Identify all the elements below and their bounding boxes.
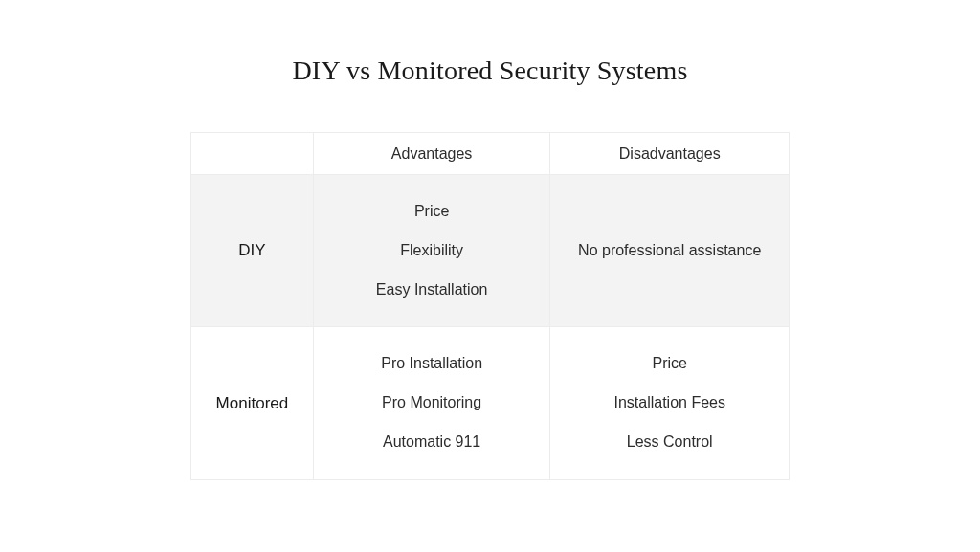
cell-monitored-disadvantages: Price Installation Fees Less Control — [550, 327, 790, 479]
list-monitored-disadvantages: Price Installation Fees Less Control — [550, 327, 789, 478]
list-monitored-advantages: Pro Installation Pro Monitoring Automati… — [314, 327, 550, 478]
cell-diy-disadvantages: No professional assistance — [550, 175, 790, 327]
cell-diy-advantages: Price Flexibility Easy Installation — [313, 175, 550, 327]
page-title: DIY vs Monitored Security Systems — [292, 55, 687, 86]
comparison-table: Advantages Disadvantages DIY Price Flexi… — [190, 132, 790, 480]
list-item: Less Control — [560, 423, 779, 462]
list-item: Pro Monitoring — [323, 384, 541, 423]
table-header-row: Advantages Disadvantages — [191, 133, 790, 175]
cell-monitored-advantages: Pro Installation Pro Monitoring Automati… — [313, 327, 550, 479]
list-item: Price — [560, 344, 779, 384]
list-item: Automatic 911 — [323, 423, 541, 462]
list-item: Price — [323, 192, 541, 232]
row-label-monitored: Monitored — [191, 327, 314, 479]
header-empty — [191, 133, 314, 175]
list-item: Easy Installation — [323, 271, 541, 310]
list-diy-advantages: Price Flexibility Easy Installation — [314, 175, 550, 326]
header-disadvantages: Disadvantages — [550, 133, 790, 175]
table-row: Monitored Pro Installation Pro Monitorin… — [191, 327, 790, 479]
list-item: No professional assistance — [550, 223, 789, 278]
table-row: DIY Price Flexibility Easy Installation … — [191, 175, 790, 327]
list-item: Flexibility — [323, 232, 541, 271]
row-label-diy: DIY — [191, 175, 314, 327]
list-item: Installation Fees — [560, 384, 779, 423]
list-item: Pro Installation — [323, 344, 541, 384]
header-advantages: Advantages — [313, 133, 550, 175]
